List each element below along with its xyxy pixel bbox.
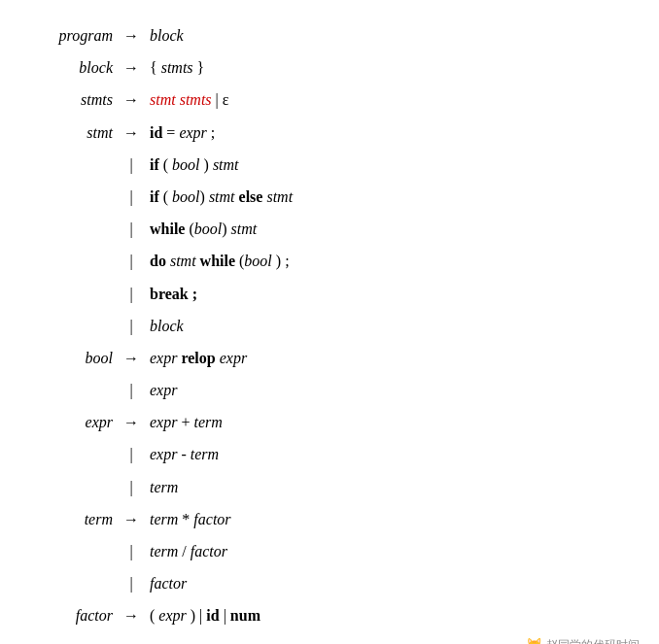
rule-expr-3: | term bbox=[39, 471, 620, 503]
rule-term-2: | term / factor bbox=[39, 535, 620, 567]
rule-factor: factor → ( expr ) | id | num bbox=[39, 599, 620, 631]
lhs-empty-3 bbox=[39, 213, 117, 245]
pipe-7: | bbox=[117, 374, 146, 406]
rhs-expr-1: expr + term bbox=[146, 406, 620, 438]
lhs-stmts: stmts bbox=[39, 84, 117, 116]
rhs-stmts: stmt stmts | ε bbox=[146, 84, 620, 116]
rhs-term-1: term * factor bbox=[146, 503, 620, 535]
rule-stmts: stmts → stmt stmts | ε bbox=[39, 84, 620, 116]
rhs-expr-2: expr - term bbox=[146, 438, 620, 470]
watermark: 🐱 赵同学的代码时间 bbox=[526, 637, 640, 644]
rule-block: block → { stmts } bbox=[39, 51, 620, 84]
rhs-expr-3: term bbox=[146, 471, 620, 503]
rhs-bool-1: expr relop expr bbox=[146, 342, 620, 374]
arrow-term: → bbox=[117, 503, 146, 535]
lhs-empty-6 bbox=[39, 310, 117, 342]
lhs-empty-2 bbox=[39, 181, 117, 213]
rhs-stmt-3: if ( bool) stmt else stmt bbox=[146, 181, 620, 213]
lhs-empty-9 bbox=[39, 471, 117, 503]
lhs-stmt: stmt bbox=[39, 117, 117, 149]
pipe-3: | bbox=[117, 213, 146, 245]
lhs-empty-5 bbox=[39, 278, 117, 310]
rule-stmt-5: | do stmt while (bool ) ; bbox=[39, 245, 620, 277]
grammar-table: program → block block → { stmts } stmts … bbox=[39, 19, 620, 632]
pipe-9: | bbox=[117, 471, 146, 503]
arrow-bool: → bbox=[117, 342, 146, 374]
pipe-6: | bbox=[117, 310, 146, 342]
watermark-icon: 🐱 bbox=[526, 637, 542, 644]
rule-stmt-7: | block bbox=[39, 310, 620, 342]
rhs-block: { stmts } bbox=[146, 51, 620, 84]
rhs-stmt-4: while (bool) stmt bbox=[146, 213, 620, 245]
rhs-factor: ( expr ) | id | num bbox=[146, 599, 620, 631]
lhs-empty-8 bbox=[39, 438, 117, 470]
rule-bool-1: bool → expr relop expr bbox=[39, 342, 620, 374]
rule-stmt-2: | if ( bool ) stmt bbox=[39, 149, 620, 181]
rule-expr-2: | expr - term bbox=[39, 438, 620, 470]
lhs-empty-10 bbox=[39, 535, 117, 567]
lhs-expr: expr bbox=[39, 406, 117, 438]
pipe-5: | bbox=[117, 278, 146, 310]
rule-stmt-3: | if ( bool) stmt else stmt bbox=[39, 181, 620, 213]
rule-stmt-1: stmt → id = expr ; bbox=[39, 117, 620, 149]
lhs-empty-4 bbox=[39, 245, 117, 277]
lhs-factor: factor bbox=[39, 599, 117, 631]
rhs-term-2: term / factor bbox=[146, 535, 620, 567]
pipe-11: | bbox=[117, 567, 146, 599]
lhs-block: block bbox=[39, 51, 117, 84]
watermark-text: 赵同学的代码时间 bbox=[546, 637, 640, 644]
arrow-block: → bbox=[117, 51, 146, 84]
lhs-bool: bool bbox=[39, 342, 117, 374]
pipe-4: | bbox=[117, 245, 146, 277]
rhs-stmt-7: block bbox=[146, 310, 620, 342]
rhs-stmt-1: id = expr ; bbox=[146, 117, 620, 149]
rhs-program: block bbox=[146, 19, 620, 51]
rhs-stmt-5: do stmt while (bool ) ; bbox=[146, 245, 620, 277]
pipe-8: | bbox=[117, 438, 146, 470]
arrow-expr: → bbox=[117, 406, 146, 438]
lhs-empty-1 bbox=[39, 149, 117, 181]
arrow-stmts: → bbox=[117, 84, 146, 116]
rhs-stmt-2: if ( bool ) stmt bbox=[146, 149, 620, 181]
pipe-10: | bbox=[117, 535, 146, 567]
rule-program: program → block bbox=[39, 19, 620, 51]
rule-stmt-4: | while (bool) stmt bbox=[39, 213, 620, 245]
arrow-program: → bbox=[117, 19, 146, 51]
rhs-stmt-6: break ; bbox=[146, 278, 620, 310]
rule-stmt-6: | break ; bbox=[39, 278, 620, 310]
lhs-term: term bbox=[39, 503, 117, 535]
rhs-term-3: factor bbox=[146, 567, 620, 599]
rule-term-1: term → term * factor bbox=[39, 503, 620, 535]
rule-term-3: | factor bbox=[39, 567, 620, 599]
lhs-empty-11 bbox=[39, 567, 117, 599]
lhs-empty-7 bbox=[39, 374, 117, 406]
lhs-program: program bbox=[39, 19, 117, 51]
pipe-1: | bbox=[117, 149, 146, 181]
rhs-bool-2: expr bbox=[146, 374, 620, 406]
rule-bool-2: | expr bbox=[39, 374, 620, 406]
arrow-stmt: → bbox=[117, 117, 146, 149]
rule-expr-1: expr → expr + term bbox=[39, 406, 620, 438]
arrow-factor: → bbox=[117, 599, 146, 631]
pipe-2: | bbox=[117, 181, 146, 213]
